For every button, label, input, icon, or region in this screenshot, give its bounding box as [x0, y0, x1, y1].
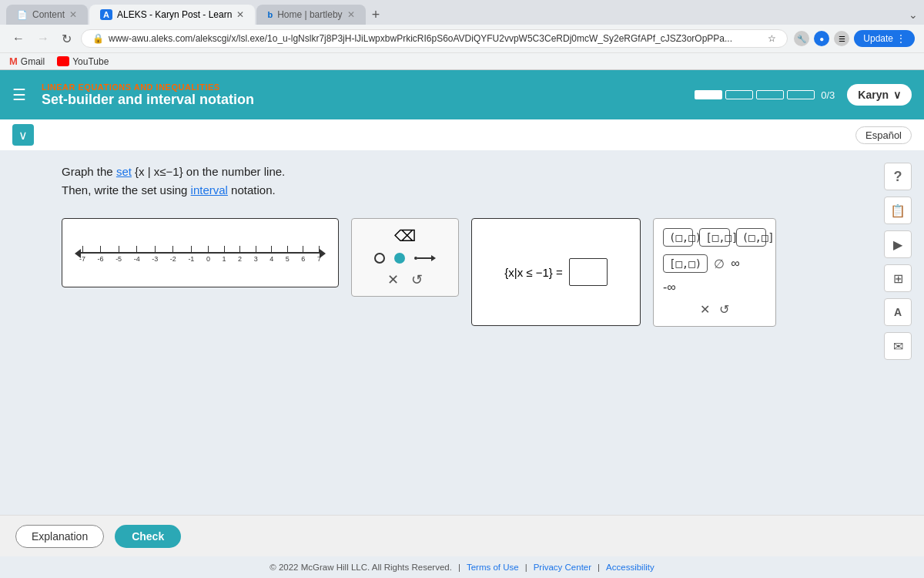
tick-minus2: -2	[170, 246, 176, 263]
equation-input[interactable]	[569, 258, 608, 286]
graph-tool-actions: ✕ ↺	[387, 271, 423, 288]
interval-actions: ✕ ↺	[663, 302, 766, 317]
ray-tool[interactable]	[414, 255, 436, 261]
envelope-icon: ✉	[893, 339, 903, 354]
subheader: ∨ Español	[0, 119, 924, 150]
progress-text: 0/3	[821, 89, 835, 101]
right-sidebar: ? 📋 ▶ ⊞ A ✉	[884, 163, 912, 360]
check-button[interactable]: Check	[115, 525, 181, 548]
tick-minus4: -4	[134, 246, 140, 263]
eraser-icon[interactable]: ⌫	[394, 227, 416, 245]
progress-segment-4	[787, 90, 815, 99]
refresh-button[interactable]: ↻	[59, 30, 75, 48]
main-content: Graph the set {x | x≤−1} on the number l…	[0, 150, 924, 509]
empty-set-symbol[interactable]: ∅	[714, 257, 725, 271]
content-tab-title: Content	[32, 9, 65, 20]
espanol-button[interactable]: Español	[855, 126, 912, 144]
tick-7: 7	[317, 246, 321, 263]
new-tab-button[interactable]: +	[367, 7, 385, 23]
tab-expand-icon[interactable]: ⌄	[909, 8, 918, 21]
privacy-link[interactable]: Privacy Center	[534, 563, 591, 572]
reference-button[interactable]: ⊞	[884, 264, 912, 292]
tab-aleks[interactable]: A ALEKS - Karyn Post - Learn ✕	[89, 5, 255, 25]
equation-box: {x|x ≤ −1} =	[471, 218, 641, 326]
question-text: Graph the set {x | x≤−1} on the number l…	[62, 163, 886, 200]
tick-3: 3	[254, 246, 258, 263]
equation-display: {x|x ≤ −1} =	[504, 266, 563, 279]
message-button[interactable]: ✉	[884, 332, 912, 360]
collapse-button[interactable]: ∨	[12, 124, 34, 146]
tab-bartleby[interactable]: b Home | bartleby ✕	[256, 5, 365, 25]
interval-btn-closed-open[interactable]: [□,□)	[663, 254, 708, 273]
question-line2: Then, write the set using interval notat…	[62, 181, 886, 200]
user-menu-button[interactable]: Karyn ∨	[847, 84, 912, 106]
header-left: LINEAR EQUATIONS AND INEQUALITIES Set-bu…	[42, 82, 254, 108]
ext-icon-3[interactable]: ☰	[834, 31, 849, 46]
ext-icon-2[interactable]: ●	[814, 31, 829, 46]
page-title: Set-builder and interval notation	[42, 92, 254, 108]
tick-minus7: -7	[79, 246, 85, 263]
tab-content[interactable]: 📄 Content ✕	[6, 5, 88, 25]
aleks-tab-icon: A	[100, 9, 112, 20]
clear-interval-button[interactable]: ✕	[700, 302, 710, 317]
tab-bar: 📄 Content ✕ A ALEKS - Karyn Post - Learn…	[0, 0, 924, 25]
content-tab-close[interactable]: ✕	[69, 9, 77, 20]
tick-5: 5	[286, 246, 290, 263]
bookmark-youtube[interactable]: ▶ YouTube	[57, 56, 109, 67]
tick-minus1: -1	[188, 246, 194, 263]
tick-minus5: -5	[116, 246, 122, 263]
tool-options	[374, 253, 436, 264]
video-button[interactable]: ▶	[884, 230, 912, 258]
tick-1: 1	[223, 246, 226, 263]
question-area: Graph the set {x | x≤−1} on the number l…	[62, 163, 886, 509]
interval-row-3: -∞	[663, 281, 766, 294]
filled-circle-tool[interactable]	[394, 253, 405, 264]
undo-graph-button[interactable]: ↺	[411, 271, 423, 288]
interval-btn-open-closed[interactable]: (□,□]	[736, 228, 766, 247]
number-line-box[interactable]: -7 -6 -5	[62, 218, 339, 287]
font-icon: A	[894, 306, 902, 318]
interval-btn-closed-closed[interactable]: [□,□]	[699, 228, 729, 247]
user-name: Karyn	[858, 89, 889, 101]
address-input[interactable]: 🔒 www-awu.aleks.com/alekscgi/x/lsl.exe/1…	[81, 29, 788, 48]
graph-tools-panel: ⌫ ✕ ↺	[351, 218, 459, 297]
progress-segment-3	[756, 90, 784, 99]
bookmarks-bar: M Gmail ▶ YouTube	[0, 52, 924, 69]
notes-button[interactable]: 📋	[884, 197, 912, 224]
copyright-bar: © 2022 McGraw Hill LLC. All Rights Reser…	[0, 556, 924, 578]
font-button[interactable]: A	[884, 298, 912, 326]
number-line: -7 -6 -5	[75, 241, 326, 264]
bartleby-tab-close[interactable]: ✕	[347, 9, 355, 20]
interval-link[interactable]: interval	[191, 183, 228, 197]
app-header: ☰ LINEAR EQUATIONS AND INEQUALITIES Set-…	[0, 70, 924, 119]
bookmark-gmail[interactable]: M Gmail	[9, 55, 45, 67]
back-button[interactable]: ←	[9, 30, 28, 47]
bartleby-tab-icon: b	[267, 10, 273, 19]
empty-circle-tool[interactable]	[374, 253, 385, 264]
star-icon[interactable]: ☆	[768, 33, 776, 44]
accessibility-link[interactable]: Accessibility	[606, 563, 654, 572]
tick-6: 6	[301, 246, 305, 263]
notes-icon: 📋	[890, 203, 906, 218]
undo-interval-button[interactable]: ↺	[719, 302, 729, 317]
help-button[interactable]: ?	[884, 163, 912, 190]
interval-row-1: (□,□) [□,□] (□,□]	[663, 228, 766, 247]
terms-link[interactable]: Terms of Use	[467, 563, 519, 572]
youtube-icon: ▶	[57, 56, 69, 66]
hamburger-menu[interactable]: ☰	[12, 86, 26, 104]
neg-infinity-symbol[interactable]: -∞	[663, 281, 676, 294]
browser-chrome: 📄 Content ✕ A ALEKS - Karyn Post - Learn…	[0, 0, 924, 70]
separator-1: |	[458, 563, 460, 572]
clear-graph-button[interactable]: ✕	[387, 271, 399, 288]
infinity-symbol[interactable]: ∞	[731, 257, 739, 271]
explanation-button[interactable]: Explanation	[15, 525, 104, 548]
interval-row-2: [□,□) ∅ ∞	[663, 254, 766, 273]
ext-icon-1[interactable]: 🔧	[794, 31, 809, 46]
forward-button[interactable]: →	[34, 30, 52, 47]
breadcrumb: LINEAR EQUATIONS AND INEQUALITIES	[42, 82, 254, 92]
set-link[interactable]: set	[116, 165, 132, 178]
content-tab-icon: 📄	[17, 10, 28, 20]
interval-btn-open-open[interactable]: (□,□)	[663, 228, 693, 247]
update-button[interactable]: Update ⋮	[854, 30, 915, 47]
aleks-tab-close[interactable]: ✕	[236, 9, 244, 20]
